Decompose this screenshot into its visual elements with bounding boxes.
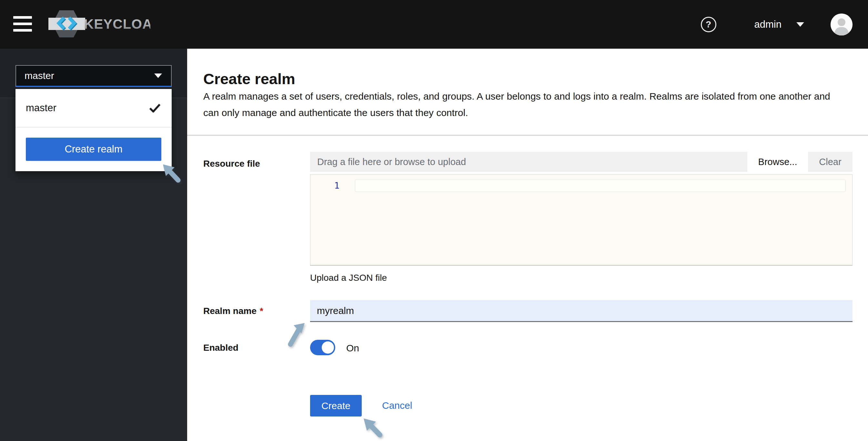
cancel-link[interactable]: Cancel bbox=[382, 400, 412, 411]
realm-name-label: Realm name* bbox=[203, 306, 263, 316]
resource-file-label: Resource file bbox=[203, 159, 260, 169]
clear-button[interactable]: Clear bbox=[808, 152, 852, 172]
help-glyph: ? bbox=[706, 19, 711, 30]
create-realm-button[interactable]: Create realm bbox=[26, 138, 161, 161]
user-menu-label: admin bbox=[754, 19, 781, 30]
realm-dropdown-footer: Create realm bbox=[16, 127, 172, 171]
json-code-editor[interactable]: 1 bbox=[310, 174, 852, 266]
keycloak-logo[interactable]: KEYCLOAK bbox=[47, 9, 150, 39]
caret-down-icon bbox=[154, 73, 162, 78]
masthead-actions: ? admin bbox=[701, 0, 852, 49]
realm-selector-dropdown: master Create realm bbox=[16, 89, 172, 171]
tutorial-arrow-create-realm bbox=[162, 164, 182, 184]
realm-selector[interactable]: master bbox=[16, 65, 172, 87]
upload-helper-text: Upload a JSON file bbox=[310, 273, 387, 283]
create-button[interactable]: Create bbox=[310, 395, 362, 416]
toggle-knob bbox=[322, 341, 334, 353]
brand-text: KEYCLOAK bbox=[84, 16, 150, 32]
required-indicator: * bbox=[260, 306, 263, 316]
browse-button[interactable]: Browse... bbox=[747, 152, 808, 172]
page-description: A realm manages a set of users, credenti… bbox=[203, 88, 836, 121]
enabled-toggle[interactable] bbox=[310, 340, 335, 355]
realm-option-master[interactable]: master bbox=[16, 89, 172, 127]
enabled-label: Enabled bbox=[203, 343, 239, 353]
masthead: KEYCLOAK ? admin bbox=[0, 0, 868, 49]
help-icon[interactable]: ? bbox=[701, 17, 716, 32]
editor-line-number: 1 bbox=[330, 180, 339, 191]
enabled-state-label: On bbox=[346, 343, 359, 353]
section-divider bbox=[187, 135, 868, 136]
realm-option-label: master bbox=[26, 102, 57, 114]
tutorial-arrow-realm-name bbox=[286, 323, 305, 347]
realm-selector-value: master bbox=[25, 70, 54, 81]
tutorial-arrow-create-button bbox=[363, 418, 384, 439]
main-content: Create realm A realm manages a set of us… bbox=[187, 49, 868, 441]
file-upload-bar: Drag a file here or browse to upload Bro… bbox=[310, 152, 852, 172]
file-drop-zone[interactable]: Drag a file here or browse to upload bbox=[310, 152, 747, 172]
user-avatar-icon bbox=[831, 13, 852, 35]
caret-down-icon bbox=[796, 22, 804, 27]
realm-name-input[interactable] bbox=[310, 300, 852, 322]
page-title: Create realm bbox=[203, 70, 295, 88]
avatar[interactable] bbox=[831, 13, 852, 35]
user-menu[interactable]: admin bbox=[754, 19, 804, 30]
editor-active-line bbox=[355, 179, 846, 192]
hamburger-icon[interactable] bbox=[13, 16, 32, 32]
check-icon bbox=[149, 103, 161, 112]
keycloak-logo-icon: KEYCLOAK bbox=[47, 9, 150, 39]
